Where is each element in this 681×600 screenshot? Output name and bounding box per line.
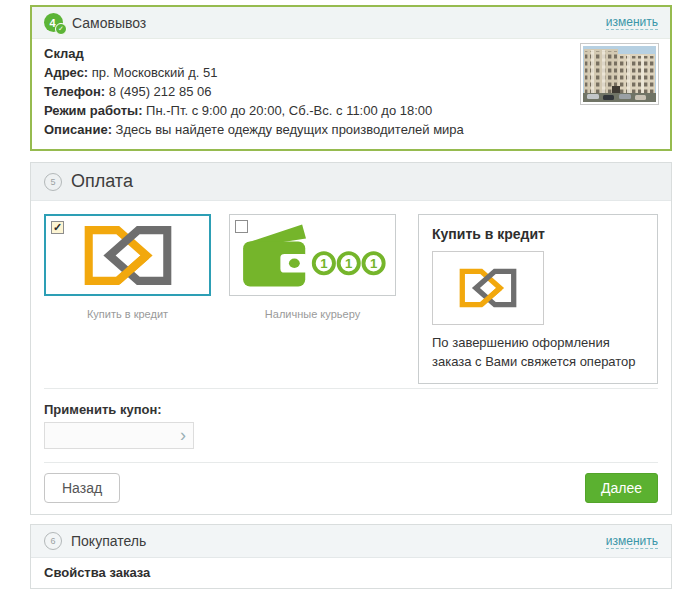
- payment-section: 5 Оплата ✓ Купить в кредит: [30, 162, 672, 515]
- pickup-change-link[interactable]: изменить: [606, 15, 658, 30]
- pickup-field-address: Адрес: пр. Московский д. 51: [44, 63, 658, 82]
- buyer-header: 6 Покупатель изменить: [31, 525, 671, 557]
- payment-step-icon: 5: [44, 173, 62, 191]
- buyer-change-link[interactable]: изменить: [606, 534, 658, 549]
- buyer-title: Покупатель: [71, 533, 146, 549]
- credit-interlocked-squares-logo: [80, 222, 176, 289]
- payment-title: Оплата: [71, 171, 133, 192]
- order-properties-title: Свойства заказа: [31, 557, 671, 588]
- next-button[interactable]: Далее: [585, 473, 658, 503]
- payment-option-cash-tile[interactable]: 1 1 1: [229, 214, 396, 296]
- svg-text:1: 1: [345, 255, 352, 270]
- buyer-section: 6 Покупатель изменить Свойства заказа: [30, 524, 672, 589]
- pickup-section: 4 ✓ Самовывоз изменить Склад Адрес: пр. …: [30, 5, 672, 151]
- building-photo-graphic: [583, 46, 656, 102]
- warehouse-building-photo: [580, 43, 659, 105]
- credit-detail-description: По завершению оформления заказа с Вами с…: [432, 333, 644, 371]
- pickup-field-hours: Режим работы: Пн.-Пт. с 9:00 до 20:00, С…: [44, 101, 658, 120]
- credit-option-checkbox[interactable]: ✓: [51, 221, 64, 234]
- buyer-step-icon: 6: [44, 532, 62, 550]
- payment-divider-bottom: [44, 462, 658, 463]
- credit-interlocked-squares-logo: [457, 266, 519, 310]
- pickup-field-description: Описание: Здесь вы найдете одежду ведущи…: [44, 120, 658, 139]
- payment-options-row: ✓ Купить в кредит: [44, 214, 658, 384]
- pickup-details: Склад Адрес: пр. Московский д. 51 Телефо…: [32, 39, 670, 149]
- cash-option-caption: Наличные курьеру: [229, 308, 396, 320]
- svg-text:1: 1: [320, 255, 327, 270]
- pickup-point-name: Склад: [44, 44, 658, 63]
- payment-header: 5 Оплата: [31, 163, 671, 201]
- credit-detail-panel: Купить в кредит По завершению оформления…: [418, 214, 658, 384]
- payment-body: ✓ Купить в кредит: [31, 201, 671, 514]
- payment-option-credit: ✓ Купить в кредит: [44, 214, 211, 320]
- pickup-field-phone: Телефон: 8 (495) 212 85 06: [44, 82, 658, 101]
- credit-detail-logo-box: [432, 251, 544, 325]
- payment-option-cash: 1 1 1 Наличные курьеру: [229, 214, 396, 320]
- credit-detail-title: Купить в кредит: [432, 226, 644, 242]
- pickup-title: Самовывоз: [72, 15, 146, 31]
- wallet-with-coins-icon: 1 1 1: [240, 218, 386, 293]
- payment-buttons-row: Назад Далее: [44, 473, 658, 503]
- coupon-input[interactable]: [45, 423, 180, 448]
- payment-option-credit-tile[interactable]: ✓: [44, 214, 211, 296]
- payment-divider-top: [44, 388, 658, 389]
- svg-text:1: 1: [369, 255, 376, 270]
- credit-option-caption: Купить в кредит: [44, 308, 211, 320]
- coupon-apply-chevron-icon[interactable]: ›: [180, 426, 193, 446]
- back-button[interactable]: Назад: [44, 473, 120, 503]
- checkout-page: 4 ✓ Самовывоз изменить Склад Адрес: пр. …: [30, 5, 672, 600]
- pickup-header: 4 ✓ Самовывоз изменить: [32, 7, 670, 39]
- check-badge-icon: ✓: [55, 23, 67, 35]
- coupon-field-box: ›: [44, 422, 194, 449]
- coupon-label: Применить купон:: [44, 402, 658, 417]
- cash-option-checkbox[interactable]: [235, 220, 248, 233]
- pickup-step-check-icon: 4 ✓: [44, 13, 63, 32]
